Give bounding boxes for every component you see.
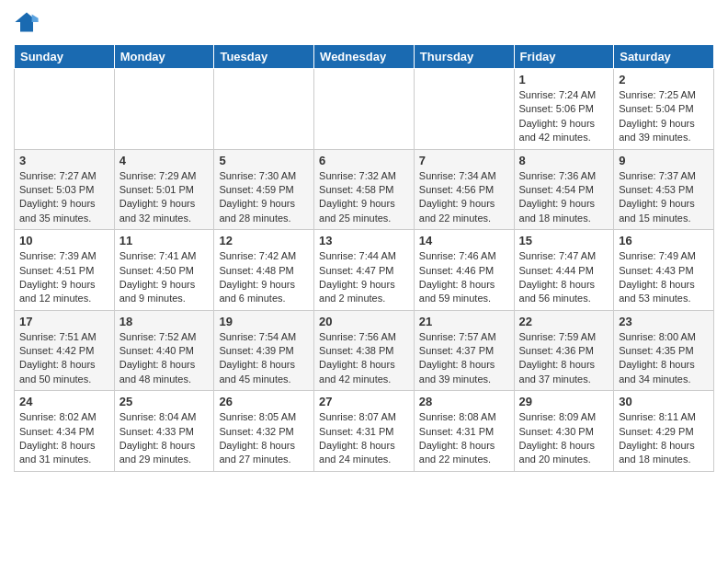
day-number: 18 — [119, 315, 210, 328]
week-row-4: 17Sunrise: 7:51 AM Sunset: 4:42 PM Dayli… — [15, 310, 714, 391]
day-info: Sunrise: 7:30 AM Sunset: 4:59 PM Dayligh… — [219, 169, 309, 226]
day-info: Sunrise: 7:47 AM Sunset: 4:44 PM Dayligh… — [519, 249, 609, 306]
day-number: 19 — [219, 315, 309, 328]
week-row-5: 24Sunrise: 8:02 AM Sunset: 4:34 PM Dayli… — [15, 391, 714, 472]
day-number: 25 — [119, 395, 210, 408]
day-info: Sunrise: 7:34 AM Sunset: 4:56 PM Dayligh… — [419, 169, 509, 226]
logo-icon — [14, 9, 40, 35]
day-info: Sunrise: 7:37 AM Sunset: 4:53 PM Dayligh… — [619, 169, 709, 226]
calendar-cell: 30Sunrise: 8:11 AM Sunset: 4:29 PM Dayli… — [614, 391, 714, 472]
day-info: Sunrise: 7:29 AM Sunset: 5:01 PM Dayligh… — [119, 169, 210, 226]
day-number: 10 — [19, 234, 109, 247]
calendar-cell: 2Sunrise: 7:25 AM Sunset: 5:04 PM Daylig… — [614, 69, 714, 150]
calendar-cell: 7Sunrise: 7:34 AM Sunset: 4:56 PM Daylig… — [414, 149, 514, 230]
day-info: Sunrise: 7:52 AM Sunset: 4:40 PM Dayligh… — [119, 330, 210, 387]
day-number: 12 — [219, 234, 309, 247]
calendar-cell: 6Sunrise: 7:32 AM Sunset: 4:58 PM Daylig… — [314, 149, 415, 230]
calendar-cell — [114, 69, 214, 150]
calendar-cell: 17Sunrise: 7:51 AM Sunset: 4:42 PM Dayli… — [15, 310, 115, 391]
day-info: Sunrise: 8:11 AM Sunset: 4:29 PM Dayligh… — [619, 410, 709, 467]
day-number: 26 — [219, 395, 309, 408]
calendar-cell: 11Sunrise: 7:41 AM Sunset: 4:50 PM Dayli… — [114, 230, 214, 311]
day-info: Sunrise: 8:08 AM Sunset: 4:31 PM Dayligh… — [419, 410, 509, 467]
day-info: Sunrise: 8:04 AM Sunset: 4:33 PM Dayligh… — [119, 410, 210, 467]
calendar-cell: 1Sunrise: 7:24 AM Sunset: 5:06 PM Daylig… — [514, 69, 614, 150]
header-row: SundayMondayTuesdayWednesdayThursdayFrid… — [15, 45, 714, 69]
day-info: Sunrise: 7:41 AM Sunset: 4:50 PM Dayligh… — [119, 249, 210, 306]
calendar-cell: 24Sunrise: 8:02 AM Sunset: 4:34 PM Dayli… — [15, 391, 115, 472]
day-info: Sunrise: 7:36 AM Sunset: 4:54 PM Dayligh… — [519, 169, 609, 226]
calendar-cell: 28Sunrise: 8:08 AM Sunset: 4:31 PM Dayli… — [414, 391, 514, 472]
day-info: Sunrise: 8:09 AM Sunset: 4:30 PM Dayligh… — [519, 410, 609, 467]
day-info: Sunrise: 7:59 AM Sunset: 4:36 PM Dayligh… — [519, 330, 609, 387]
day-number: 22 — [519, 315, 609, 328]
header-day-thursday: Thursday — [414, 45, 514, 69]
calendar-cell: 5Sunrise: 7:30 AM Sunset: 4:59 PM Daylig… — [214, 149, 314, 230]
header-day-sunday: Sunday — [15, 45, 115, 69]
week-row-1: 1Sunrise: 7:24 AM Sunset: 5:06 PM Daylig… — [15, 69, 714, 150]
day-number: 5 — [219, 154, 309, 167]
calendar-cell: 26Sunrise: 8:05 AM Sunset: 4:32 PM Dayli… — [214, 391, 314, 472]
day-number: 23 — [619, 315, 709, 328]
calendar-cell: 23Sunrise: 8:00 AM Sunset: 4:35 PM Dayli… — [614, 310, 714, 391]
header-day-friday: Friday — [514, 45, 614, 69]
day-number: 24 — [19, 395, 109, 408]
day-number: 13 — [319, 234, 409, 247]
calendar-cell: 4Sunrise: 7:29 AM Sunset: 5:01 PM Daylig… — [114, 149, 214, 230]
calendar-cell: 15Sunrise: 7:47 AM Sunset: 4:44 PM Dayli… — [514, 230, 614, 311]
calendar-cell — [314, 69, 415, 150]
calendar-cell: 14Sunrise: 7:46 AM Sunset: 4:46 PM Dayli… — [414, 230, 514, 311]
header-day-tuesday: Tuesday — [214, 45, 314, 69]
day-number: 21 — [419, 315, 509, 328]
calendar-cell: 18Sunrise: 7:52 AM Sunset: 4:40 PM Dayli… — [114, 310, 214, 391]
day-info: Sunrise: 7:46 AM Sunset: 4:46 PM Dayligh… — [419, 249, 509, 306]
calendar-table: SundayMondayTuesdayWednesdayThursdayFrid… — [14, 44, 714, 472]
header-day-monday: Monday — [114, 45, 214, 69]
calendar-cell: 21Sunrise: 7:57 AM Sunset: 4:37 PM Dayli… — [414, 310, 514, 391]
day-number: 15 — [519, 234, 609, 247]
day-info: Sunrise: 8:05 AM Sunset: 4:32 PM Dayligh… — [219, 410, 309, 467]
calendar-cell: 25Sunrise: 8:04 AM Sunset: 4:33 PM Dayli… — [114, 391, 214, 472]
day-info: Sunrise: 7:57 AM Sunset: 4:37 PM Dayligh… — [419, 330, 509, 387]
calendar-cell — [214, 69, 314, 150]
calendar-cell: 16Sunrise: 7:49 AM Sunset: 4:43 PM Dayli… — [614, 230, 714, 311]
calendar-cell: 10Sunrise: 7:39 AM Sunset: 4:51 PM Dayli… — [15, 230, 115, 311]
day-number: 11 — [119, 234, 210, 247]
calendar-cell: 20Sunrise: 7:56 AM Sunset: 4:38 PM Dayli… — [314, 310, 415, 391]
day-number: 27 — [319, 395, 409, 408]
day-info: Sunrise: 7:44 AM Sunset: 4:47 PM Dayligh… — [319, 249, 409, 306]
day-info: Sunrise: 7:54 AM Sunset: 4:39 PM Dayligh… — [219, 330, 309, 387]
calendar-cell: 22Sunrise: 7:59 AM Sunset: 4:36 PM Dayli… — [514, 310, 614, 391]
day-number: 16 — [619, 234, 709, 247]
day-info: Sunrise: 8:07 AM Sunset: 4:31 PM Dayligh… — [319, 410, 409, 467]
day-info: Sunrise: 8:00 AM Sunset: 4:35 PM Dayligh… — [619, 330, 709, 387]
calendar-cell: 13Sunrise: 7:44 AM Sunset: 4:47 PM Dayli… — [314, 230, 415, 311]
page-container: SundayMondayTuesdayWednesdayThursdayFrid… — [0, 0, 728, 481]
calendar-cell: 29Sunrise: 8:09 AM Sunset: 4:30 PM Dayli… — [514, 391, 614, 472]
day-number: 29 — [519, 395, 609, 408]
day-info: Sunrise: 7:51 AM Sunset: 4:42 PM Dayligh… — [19, 330, 109, 387]
week-row-3: 10Sunrise: 7:39 AM Sunset: 4:51 PM Dayli… — [15, 230, 714, 311]
day-number: 3 — [19, 154, 109, 167]
day-info: Sunrise: 7:39 AM Sunset: 4:51 PM Dayligh… — [19, 249, 109, 306]
calendar-cell — [414, 69, 514, 150]
day-info: Sunrise: 7:42 AM Sunset: 4:48 PM Dayligh… — [219, 249, 309, 306]
header-day-saturday: Saturday — [614, 45, 714, 69]
calendar-cell: 27Sunrise: 8:07 AM Sunset: 4:31 PM Dayli… — [314, 391, 415, 472]
day-number: 7 — [419, 154, 509, 167]
day-info: Sunrise: 7:24 AM Sunset: 5:06 PM Dayligh… — [519, 88, 609, 145]
day-info: Sunrise: 7:32 AM Sunset: 4:58 PM Dayligh… — [319, 169, 409, 226]
day-info: Sunrise: 7:49 AM Sunset: 4:43 PM Dayligh… — [619, 249, 709, 306]
calendar-cell: 9Sunrise: 7:37 AM Sunset: 4:53 PM Daylig… — [614, 149, 714, 230]
calendar-cell: 19Sunrise: 7:54 AM Sunset: 4:39 PM Dayli… — [214, 310, 314, 391]
day-number: 30 — [619, 395, 709, 408]
day-info: Sunrise: 7:27 AM Sunset: 5:03 PM Dayligh… — [19, 169, 109, 226]
day-info: Sunrise: 7:56 AM Sunset: 4:38 PM Dayligh… — [319, 330, 409, 387]
day-number: 4 — [119, 154, 210, 167]
logo — [14, 9, 43, 35]
day-number: 1 — [519, 73, 609, 86]
day-number: 28 — [419, 395, 509, 408]
day-info: Sunrise: 7:25 AM Sunset: 5:04 PM Dayligh… — [619, 88, 709, 145]
day-number: 8 — [519, 154, 609, 167]
calendar-cell: 12Sunrise: 7:42 AM Sunset: 4:48 PM Dayli… — [214, 230, 314, 311]
